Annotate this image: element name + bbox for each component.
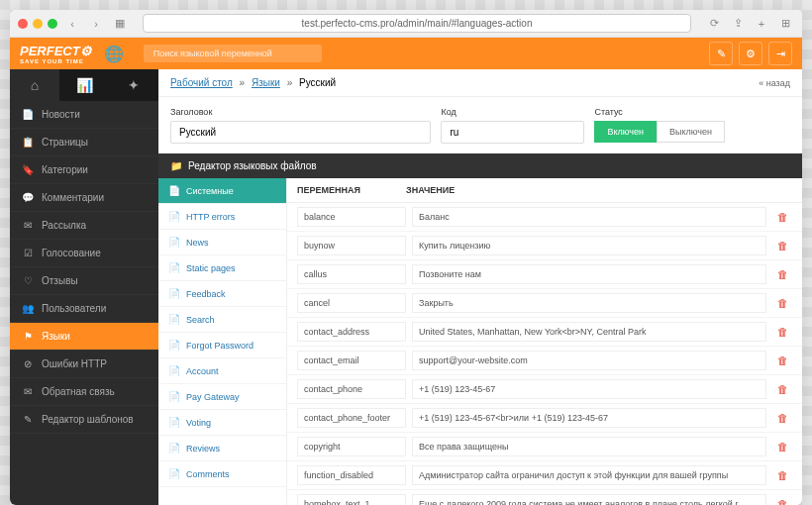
file-item[interactable]: 📄Системные: [158, 178, 286, 204]
file-item[interactable]: 📄Feedback: [158, 281, 286, 307]
minimize-window-icon[interactable]: [33, 19, 43, 29]
settings-button[interactable]: ⚙: [739, 42, 762, 65]
delete-icon[interactable]: 🗑: [772, 498, 792, 505]
file-item[interactable]: 📄Account: [158, 358, 286, 384]
var-input[interactable]: [297, 293, 406, 313]
val-input[interactable]: [412, 322, 766, 342]
sidebar-item-11[interactable]: ✎Редактор шаблонов: [10, 406, 158, 434]
table-row: 🗑: [287, 232, 802, 260]
status-off-button[interactable]: Выключен: [657, 121, 725, 143]
back-button[interactable]: « назад: [759, 78, 790, 88]
delete-icon[interactable]: 🗑: [772, 268, 792, 280]
logo-main: PERFECT: [20, 44, 80, 58]
var-input[interactable]: [297, 236, 406, 255]
val-input[interactable]: [412, 408, 766, 428]
var-input[interactable]: [297, 465, 406, 485]
file-item[interactable]: 📄HTTP errors: [158, 204, 286, 230]
file-item[interactable]: 📄Static pages: [158, 255, 286, 281]
sidebar-item-9[interactable]: ⊘Ошибки HTTP: [10, 351, 158, 378]
search-input[interactable]: [144, 45, 322, 62]
val-input[interactable]: [412, 379, 766, 399]
delete-icon[interactable]: 🗑: [772, 412, 792, 424]
table-row: 🗑: [287, 461, 802, 490]
delete-icon[interactable]: 🗑: [772, 354, 792, 366]
delete-icon[interactable]: 🗑: [772, 211, 792, 223]
tabs-icon[interactable]: ▦: [111, 15, 129, 33]
val-input[interactable]: [412, 264, 766, 284]
var-input[interactable]: [297, 322, 406, 342]
sidebar-item-5[interactable]: ☑Голосование: [10, 240, 158, 267]
browser-window: ‹ › ▦ test.perfecto-cms.pro/admin/main/#…: [10, 10, 802, 505]
forward-nav-icon[interactable]: ›: [87, 15, 105, 33]
back-nav-icon[interactable]: ‹: [63, 15, 81, 33]
file-label: Reviews: [186, 444, 220, 454]
var-input[interactable]: [297, 351, 406, 370]
maximize-window-icon[interactable]: [48, 19, 57, 29]
globe-icon[interactable]: 🌐: [104, 45, 124, 63]
file-icon: 📄: [168, 262, 180, 273]
val-input[interactable]: [412, 236, 766, 255]
var-input[interactable]: [297, 379, 406, 399]
val-input[interactable]: [412, 293, 766, 313]
file-item[interactable]: 📄Reviews: [158, 436, 286, 461]
var-input[interactable]: [297, 437, 406, 456]
code-input[interactable]: [441, 121, 584, 144]
val-input[interactable]: [412, 351, 766, 370]
share-icon[interactable]: ⇪: [729, 15, 747, 33]
file-item[interactable]: 📄Pay Gateway: [158, 384, 286, 410]
file-item[interactable]: 📄Search: [158, 307, 286, 333]
title-input[interactable]: [170, 121, 431, 144]
sidebar-item-0[interactable]: 📄Новости: [10, 101, 158, 129]
breadcrumb: Рабочий стол » Языки » Русский « назад: [158, 69, 802, 97]
close-window-icon[interactable]: [18, 19, 28, 29]
sidebar-item-3[interactable]: 💬Комментарии: [10, 184, 158, 212]
url-bar[interactable]: test.perfecto-cms.pro/admin/main/#langua…: [143, 14, 691, 33]
sidebar-item-8[interactable]: ⚑Языки: [10, 323, 158, 351]
delete-icon[interactable]: 🗑: [772, 441, 792, 453]
sidebar-item-6[interactable]: ♡Отзывы: [10, 267, 158, 295]
sidebar-icon: 📄: [22, 109, 34, 120]
folder-icon: 📁: [170, 160, 182, 171]
delete-icon[interactable]: 🗑: [772, 326, 792, 338]
new-tab-icon[interactable]: +: [753, 15, 770, 33]
delete-icon[interactable]: 🗑: [772, 240, 792, 252]
reload-icon[interactable]: ⟳: [705, 15, 723, 33]
breadcrumb-link[interactable]: Языки: [252, 77, 280, 88]
val-input[interactable]: [412, 494, 766, 505]
file-item[interactable]: 📄Voting: [158, 410, 286, 436]
window-controls: [18, 19, 57, 29]
file-item[interactable]: 📄Forgot Password: [158, 333, 286, 358]
file-icon: 📄: [168, 314, 180, 325]
tabs-overview-icon[interactable]: ⊞: [776, 15, 794, 33]
sidebar-item-1[interactable]: 📋Страницы: [10, 129, 158, 156]
delete-icon[interactable]: 🗑: [772, 469, 792, 481]
tab-plugins[interactable]: ✦: [109, 69, 158, 101]
var-input[interactable]: [297, 494, 406, 505]
val-input[interactable]: [412, 465, 766, 485]
sidebar-item-7[interactable]: 👥Пользователи: [10, 295, 158, 323]
edit-button[interactable]: ✎: [709, 42, 733, 65]
var-input[interactable]: [297, 408, 406, 428]
val-input[interactable]: [412, 207, 766, 227]
sidebar-item-4[interactable]: ✉Рассылка: [10, 212, 158, 240]
breadcrumb-link[interactable]: Рабочий стол: [170, 77, 233, 88]
sidebar-item-label: Рассылка: [42, 220, 86, 231]
delete-icon[interactable]: 🗑: [772, 383, 792, 395]
sidebar-item-label: Голосование: [42, 248, 101, 258]
status-on-button[interactable]: Включен: [594, 121, 657, 143]
tab-home[interactable]: ⌂: [10, 69, 59, 101]
table-row: 🗑: [287, 260, 802, 289]
var-input[interactable]: [297, 207, 406, 227]
file-item[interactable]: 📄News: [158, 230, 286, 255]
file-icon: 📄: [168, 365, 180, 376]
sidebar-item-2[interactable]: 🔖Категории: [10, 156, 158, 184]
tab-stats[interactable]: 📊: [59, 69, 109, 101]
file-item[interactable]: 📄Comments: [158, 461, 286, 487]
delete-icon[interactable]: 🗑: [772, 297, 792, 309]
logout-button[interactable]: ⇥: [768, 42, 792, 65]
title-label: Заголовок: [170, 107, 431, 117]
val-input[interactable]: [412, 437, 766, 456]
table-row: 🗑: [287, 347, 802, 375]
var-input[interactable]: [297, 264, 406, 284]
sidebar-item-10[interactable]: ✉Обратная связь: [10, 378, 158, 406]
